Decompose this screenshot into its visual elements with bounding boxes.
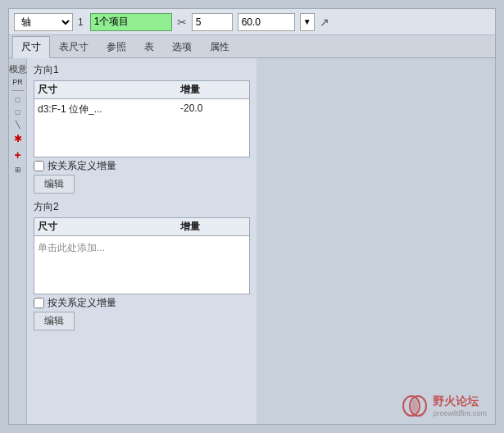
direction2-table: 尺寸 增量 单击此处添加... (34, 217, 250, 294)
watermark-text: 野火论坛 (433, 394, 487, 409)
sidebar-icon-4[interactable]: ✱ (11, 132, 25, 145)
dir2-col-inc: 增量 (180, 220, 246, 234)
left-panel: 方向1 尺寸 增量 d3:F-1 位伸_... -20.0 (27, 58, 257, 424)
direction2-section: 方向2 尺寸 增量 单击此处添加... 按关系定义增量 编辑 (34, 200, 250, 330)
num-input[interactable] (192, 13, 233, 31)
sidebar-icon-2[interactable]: □ (11, 107, 25, 117)
watermark-sub: proewildfire.com (433, 409, 487, 417)
dir2-checkbox-row: 按关系定义增量 (34, 296, 250, 310)
watermark-logo-icon (402, 394, 428, 417)
tab-options[interactable]: 选项 (163, 36, 201, 58)
direction2-placeholder[interactable]: 单击此处添加... (34, 238, 249, 258)
dir1-col-name: 尺寸 (38, 83, 180, 97)
tab-dimensions[interactable]: 尺寸 (12, 36, 50, 58)
dir1-checkbox-row: 按关系定义增量 (34, 159, 250, 173)
scissors-icon[interactable]: ✂ (177, 16, 187, 29)
direction1-table-header: 尺寸 增量 (34, 81, 249, 99)
dir1-edit-button[interactable]: 编辑 (34, 175, 75, 194)
dir2-edit-button[interactable]: 编辑 (34, 312, 75, 330)
dropdown-btn[interactable]: ▼ (300, 13, 315, 31)
tab-table-dimensions[interactable]: 表尺寸 (50, 36, 98, 58)
row1-inc: -20.0 (180, 103, 246, 116)
tab-table[interactable]: 表 (135, 36, 163, 58)
main-window: 轴 1 ✂ ▼ ↗ 尺寸 表尺寸 参照 表 选项 属性 模意 PR □ □ ╲ … (8, 8, 496, 425)
direction1-table: 尺寸 增量 d3:F-1 位伸_... -20.0 (34, 80, 250, 157)
watermark: 野火论坛 proewildfire.com (402, 394, 487, 417)
sidebar-icon-plus[interactable]: + (11, 148, 25, 162)
link-icon[interactable]: ↗ (320, 16, 329, 29)
sidebar-icon-3[interactable]: ╲ (11, 120, 25, 130)
tab-properties[interactable]: 属性 (201, 36, 238, 58)
dir1-col-inc: 增量 (180, 83, 246, 97)
direction1-section: 方向1 尺寸 增量 d3:F-1 位伸_... -20.0 (34, 63, 250, 194)
direction2-label: 方向2 (34, 200, 250, 214)
direction2-table-body: 单击此处添加... (34, 236, 249, 294)
val-input[interactable] (238, 13, 295, 31)
dir1-checkbox[interactable] (34, 161, 44, 171)
table-row[interactable]: d3:F-1 位伸_... -20.0 (34, 101, 249, 118)
right-panel: 野火论坛 proewildfire.com (257, 58, 495, 424)
count-label: 1 (78, 16, 84, 28)
content-area: 模意 PR □ □ ╲ ✱ + ⊞ 方向1 尺寸 增量 (9, 58, 495, 424)
sidebar-strip: 模意 PR □ □ ╲ ✱ + ⊞ (9, 58, 27, 424)
tab-reference[interactable]: 参照 (98, 36, 135, 58)
direction1-table-body: d3:F-1 位伸_... -20.0 (34, 99, 249, 157)
dir2-col-name: 尺寸 (38, 220, 180, 234)
item-input[interactable] (90, 13, 172, 31)
axis-select[interactable]: 轴 (14, 13, 73, 31)
dir2-checkbox-label: 按关系定义增量 (48, 296, 116, 310)
toolbar: 轴 1 ✂ ▼ ↗ (9, 9, 495, 35)
svg-point-2 (411, 399, 418, 412)
tab-bar: 尺寸 表尺寸 参照 表 选项 属性 (9, 35, 495, 58)
pr-label: PR (12, 78, 23, 86)
sidebar-icon-1[interactable]: □ (11, 95, 25, 105)
row1-name: d3:F-1 位伸_... (38, 103, 180, 116)
sidebar-icon-grid[interactable]: ⊞ (11, 165, 25, 175)
dir1-checkbox-label: 按关系定义增量 (48, 159, 116, 173)
dir2-checkbox[interactable] (34, 298, 44, 308)
rit-label: 模意 (9, 63, 27, 75)
direction1-label: 方向1 (34, 63, 250, 77)
direction2-table-header: 尺寸 增量 (34, 218, 249, 236)
